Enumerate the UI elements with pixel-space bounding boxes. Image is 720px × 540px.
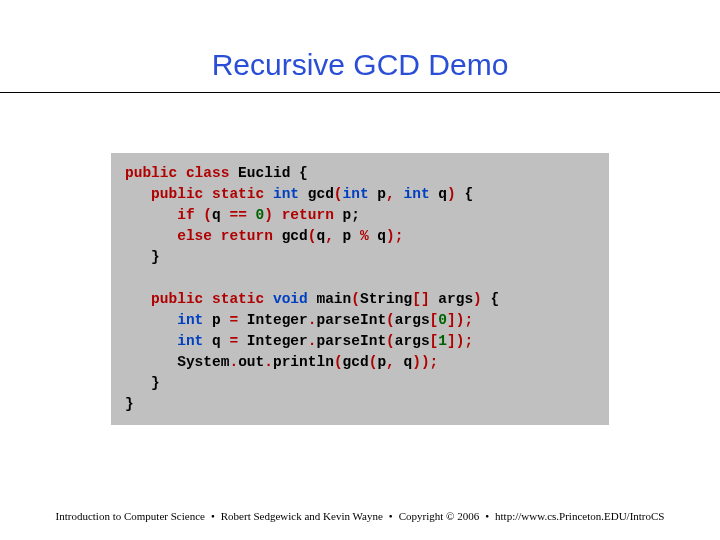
code-token: main (308, 291, 352, 307)
footer-course: Introduction to Computer Science (56, 510, 205, 522)
code-token: { (456, 186, 473, 202)
footer: Introduction to Computer Science•Robert … (0, 510, 720, 522)
code-block: public class Euclid { public static int … (111, 153, 609, 425)
code-token: = (229, 333, 238, 349)
code-token: ( (203, 207, 212, 223)
footer-sep: • (205, 510, 221, 522)
code-token: q (395, 354, 412, 370)
slide-title: Recursive GCD Demo (0, 0, 720, 92)
code-token: System (177, 354, 229, 370)
code-token: )); (412, 354, 438, 370)
code-token: public static (151, 186, 273, 202)
footer-sep: • (383, 510, 399, 522)
code-token: ( (386, 333, 395, 349)
footer-url: http://www.cs.Princeton.EDU/IntroCS (495, 510, 664, 522)
code-token: ( (386, 312, 395, 328)
code-token: Integer (238, 312, 308, 328)
footer-authors: Robert Sedgewick and Kevin Wayne (221, 510, 383, 522)
code-token: ); (386, 228, 403, 244)
code-token: gcd (299, 186, 334, 202)
code-token: p (334, 207, 351, 223)
code-token: ) (447, 186, 456, 202)
title-divider (0, 92, 720, 93)
code-token: ) (264, 207, 273, 223)
code-token: else return (177, 228, 273, 244)
code-token: args (395, 333, 430, 349)
code-token: { (299, 165, 308, 181)
code-token: q (316, 228, 325, 244)
code-token: [ (430, 312, 439, 328)
code-token: } (125, 396, 134, 412)
code-token: gcd (273, 228, 308, 244)
code-token: public class (125, 165, 229, 181)
code-token: p (334, 228, 360, 244)
code-token: args (395, 312, 430, 328)
code-token: Euclid (229, 165, 299, 181)
code-token: . (264, 354, 273, 370)
code-token: Integer (238, 333, 308, 349)
code-token: int (395, 186, 430, 202)
code-token: parseInt (316, 312, 386, 328)
code-token: [ (430, 333, 439, 349)
code-token: println (273, 354, 334, 370)
footer-sep: • (479, 510, 495, 522)
code-token: , (386, 354, 395, 370)
code-token: q (369, 228, 386, 244)
code-token: int (177, 312, 203, 328)
code-token: int (343, 186, 369, 202)
code-token: % (360, 228, 369, 244)
code-token: out (238, 354, 264, 370)
code-token: , (386, 186, 395, 202)
code-token: = (229, 312, 238, 328)
code-token: , (325, 228, 334, 244)
code-token: 0 (247, 207, 264, 223)
code-token: int (273, 186, 299, 202)
code-token: . (229, 354, 238, 370)
code-token: public static (151, 291, 273, 307)
code-token: p (203, 312, 229, 328)
code-token: parseInt (316, 333, 386, 349)
code-token: 1 (438, 333, 447, 349)
code-token: ]); (447, 312, 473, 328)
code-token: q (430, 186, 447, 202)
code-token: ( (334, 354, 343, 370)
code-token: ( (334, 186, 343, 202)
code-token: ; (351, 207, 360, 223)
code-token: { (482, 291, 499, 307)
code-token: [] (412, 291, 429, 307)
code-token: void (273, 291, 308, 307)
code-token: 0 (438, 312, 447, 328)
code-token: p (377, 354, 386, 370)
code-token: p (369, 186, 386, 202)
code-token: args (430, 291, 474, 307)
code-token: int (177, 333, 203, 349)
code-token: q (212, 207, 229, 223)
code-token: ]); (447, 333, 473, 349)
code-token: String (360, 291, 412, 307)
code-token: } (151, 249, 160, 265)
footer-copyright: Copyright © 2006 (399, 510, 479, 522)
code-token: ( (351, 291, 360, 307)
code-token: } (151, 375, 160, 391)
code-token: ) (473, 291, 482, 307)
code-token: == (229, 207, 246, 223)
code-token: return (273, 207, 334, 223)
code-token: gcd (343, 354, 369, 370)
code-token: if (177, 207, 203, 223)
code-token: q (203, 333, 229, 349)
